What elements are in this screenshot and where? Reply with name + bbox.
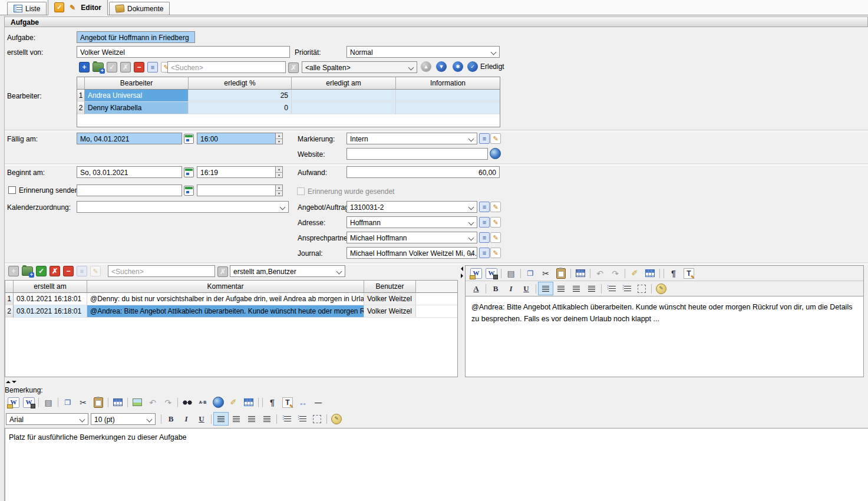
printer-icon[interactable]: [479, 133, 490, 144]
bold-icon[interactable]: [163, 412, 179, 426]
justify-icon[interactable]: [584, 282, 599, 295]
time-spinner[interactable]: ▲▼: [275, 166, 283, 178]
align-right-icon[interactable]: [244, 412, 259, 426]
align-center-icon[interactable]: [553, 282, 569, 295]
tab-liste[interactable]: Liste: [7, 2, 47, 15]
web-link-icon[interactable]: [210, 395, 226, 409]
align-left-icon[interactable]: [538, 282, 553, 295]
printer-icon[interactable]: [147, 62, 158, 72]
erledigt-button[interactable]: Erledigt: [467, 61, 504, 72]
faellig-date-field[interactable]: Mo, 04.01.2021: [77, 133, 182, 144]
beginnt-time-field[interactable]: 16:19: [197, 166, 283, 178]
bold-icon[interactable]: [488, 282, 503, 295]
aufwand-field[interactable]: 60,00: [346, 166, 500, 178]
erinnerung-date-field[interactable]: [77, 184, 182, 196]
collapse-right-icon[interactable]: [461, 273, 463, 278]
confirm-icon[interactable]: [36, 266, 47, 276]
kalenderzuordnung-select[interactable]: [77, 201, 289, 213]
markierung-select[interactable]: Intern: [346, 133, 477, 144]
bullet-list-icon[interactable]: [294, 412, 309, 426]
edit-icon[interactable]: [490, 248, 501, 258]
word-open-icon[interactable]: [468, 266, 484, 280]
printer-icon[interactable]: [479, 248, 490, 258]
border-box-icon[interactable]: [634, 282, 649, 295]
paste-icon[interactable]: [553, 266, 569, 280]
website-field[interactable]: [346, 148, 488, 160]
font-color-icon[interactable]: [468, 282, 484, 295]
border-box-icon[interactable]: [309, 412, 325, 426]
erinnerung-time-field[interactable]: [197, 184, 283, 196]
col-erledigt-pct[interactable]: erledigt %: [189, 77, 292, 90]
insert-table-icon[interactable]: [573, 266, 588, 280]
word-save-icon[interactable]: [21, 395, 37, 409]
numbered-list-icon[interactable]: [603, 282, 619, 295]
tab-editor[interactable]: ✓ Editor: [48, 0, 108, 15]
word-save-icon[interactable]: [484, 266, 499, 280]
cancel-icon[interactable]: [49, 266, 60, 276]
edit-icon[interactable]: [490, 232, 501, 243]
copy-icon[interactable]: [60, 395, 75, 409]
adresse-select[interactable]: Hoffmann: [346, 216, 477, 228]
col-erledigt-am[interactable]: erledigt am: [292, 77, 396, 90]
tab-dokumente[interactable]: Dokumente: [109, 2, 170, 15]
col-kommentar[interactable]: Kommentar: [87, 281, 364, 293]
insert-image-icon[interactable]: [130, 395, 145, 409]
printer-icon[interactable]: [479, 202, 490, 212]
table-properties-icon[interactable]: [642, 266, 658, 280]
remove-icon[interactable]: [63, 266, 74, 276]
beginnt-date-field[interactable]: So, 03.01.2021: [77, 166, 182, 178]
font-select[interactable]: Arial: [6, 413, 88, 425]
globe-icon[interactable]: [490, 148, 501, 159]
justify-icon[interactable]: [259, 412, 275, 426]
asterisk-icon[interactable]: [453, 61, 463, 72]
selected-kommentar-cell[interactable]: @Andrea: Bitte Angebot Attikablech übera…: [87, 305, 364, 318]
clear-search-icon[interactable]: [217, 266, 228, 277]
calendar-icon[interactable]: [184, 186, 194, 196]
remove-icon[interactable]: [134, 62, 144, 72]
table-row[interactable]: 2 Denny Klarabella 0: [77, 102, 500, 114]
new-document-icon[interactable]: [503, 266, 519, 280]
text-style-icon[interactable]: [681, 266, 697, 280]
collapse-down-icon[interactable]: [12, 381, 16, 383]
faellig-time-field[interactable]: 16:00: [197, 133, 283, 144]
col-information[interactable]: Information: [396, 77, 500, 90]
insert-table-icon[interactable]: [110, 395, 126, 409]
italic-icon[interactable]: [179, 412, 194, 426]
vertical-splitter[interactable]: [459, 265, 464, 377]
symbol-pencil-icon[interactable]: [654, 282, 669, 295]
calendar-icon[interactable]: [184, 134, 194, 144]
format-brush-icon[interactable]: [226, 395, 241, 409]
swap-arrows-icon[interactable]: [295, 395, 311, 409]
printer-icon[interactable]: [479, 232, 490, 243]
ansprechpartner-select[interactable]: Michael Hoffmann: [346, 232, 477, 243]
printer-icon[interactable]: [479, 217, 490, 228]
underline-icon[interactable]: [519, 282, 534, 295]
clear-search-icon[interactable]: [288, 62, 299, 73]
paragraph-marks-icon[interactable]: [265, 395, 280, 409]
bemerkung-content[interactable]: Platz für ausführliche Bemerkungen zu di…: [5, 428, 868, 501]
comments-sort-select[interactable]: erstellt am,Benutzer: [230, 265, 345, 277]
edit-icon[interactable]: [490, 202, 501, 212]
table-row[interactable]: 1 03.01.2021 16:18:01 @Denny: du bist nu…: [5, 293, 457, 305]
paragraph-marks-icon[interactable]: [666, 266, 681, 280]
align-left-icon[interactable]: [213, 412, 229, 426]
add-icon[interactable]: [79, 62, 90, 72]
cut-icon[interactable]: [538, 266, 553, 280]
edit-icon[interactable]: [490, 133, 501, 144]
bearbeiter-name-cell[interactable]: Andrea Universal: [85, 90, 189, 102]
horizontal-splitter[interactable]: [6, 381, 16, 383]
angebot-select[interactable]: 1310031-2: [346, 201, 477, 213]
erinnerung-checkbox[interactable]: [8, 186, 16, 194]
bullet-list-icon[interactable]: [619, 282, 634, 295]
word-open-icon[interactable]: [6, 395, 21, 409]
symbol-pencil-icon[interactable]: [329, 412, 344, 426]
calendar-icon[interactable]: [184, 167, 194, 177]
underline-icon[interactable]: [194, 412, 209, 426]
cut-icon[interactable]: [75, 395, 91, 409]
table-row-selected[interactable]: 2 03.01.2021 16:18:01 @Andrea: Bitte Ang…: [5, 305, 457, 318]
erstellt-von-field[interactable]: Volker Weitzel: [77, 46, 290, 58]
bearbeiter-name-cell[interactable]: Denny Klarabella: [85, 102, 189, 114]
font-size-select[interactable]: 10 (pt): [91, 413, 156, 425]
find-icon[interactable]: [180, 395, 195, 409]
move-down-icon[interactable]: [436, 61, 447, 72]
